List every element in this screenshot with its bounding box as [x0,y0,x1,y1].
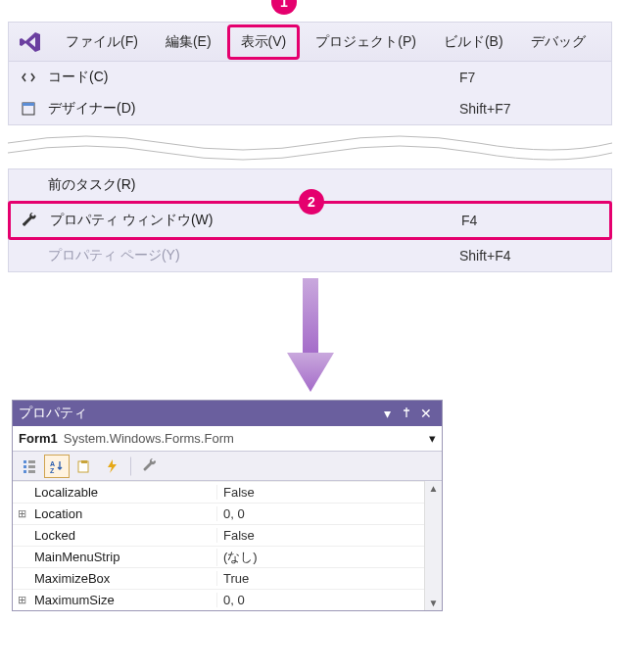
property-row[interactable]: MainMenuStrip (なし) [13,546,424,567]
property-value[interactable]: False [216,485,424,500]
close-icon[interactable]: ✕ [416,406,436,421]
dropdown-item-code[interactable]: コード(C) F7 [9,62,611,93]
property-value[interactable]: 0, 0 [216,593,424,607]
chevron-down-icon[interactable]: ▾ [429,431,436,446]
events-button[interactable] [99,455,124,478]
menu-edit[interactable]: 編集(E) [152,23,225,61]
categorized-button[interactable] [17,455,42,478]
view-dropdown: コード(C) F7 デザイナー(D) Shift+F7 [9,62,611,124]
svg-rect-4 [28,460,35,463]
properties-title: プロパティ [19,405,377,422]
window-options-icon[interactable]: ▾ [377,406,397,421]
wrench-icon [11,212,50,229]
vs-logo-icon [9,30,52,54]
property-row[interactable]: Localizable False [13,481,424,503]
expand-toggle[interactable]: ⊞ [13,594,30,606]
designer-icon [9,101,48,117]
menu-view[interactable]: 表示(V) [227,24,301,60]
pin-icon[interactable] [397,406,416,421]
property-name: Location [30,506,216,521]
properties-titlebar: プロパティ ▾ ✕ [13,401,442,426]
property-name: MaximizeBox [30,571,216,586]
property-value[interactable]: False [216,528,424,543]
dropdown-item-label: 前のタスク(R) [48,176,459,194]
property-row[interactable]: MaximizeBox True [13,567,424,589]
properties-grid: Localizable False ⊞ Location 0, 0 Locked… [13,481,424,610]
svg-rect-8 [28,470,35,473]
svg-rect-3 [24,460,26,463]
callout-badge-1: 1 [271,0,297,15]
svg-rect-6 [28,465,35,468]
dropdown-item-property-pages: プロパティ ページ(Y) Shift+F4 [9,240,611,271]
property-name: Locked [30,528,216,543]
dropdown-item-shortcut: Shift+F7 [459,101,511,117]
property-pages-button[interactable] [72,455,97,478]
svg-text:A: A [50,460,55,467]
menu-project[interactable]: プロジェクト(P) [302,23,430,61]
truncation-indicator [8,125,612,168]
callout-badge-2: 2 [299,189,324,215]
dropdown-item-label: プロパティ ウィンドウ(W) [50,212,461,229]
menu-file[interactable]: ファイル(F) [52,23,152,61]
dropdown-item-label: プロパティ ページ(Y) [48,247,459,264]
property-value[interactable]: True [216,571,424,586]
dropdown-item-label: デザイナー(D) [48,100,459,118]
selected-object-type: System.Windows.Forms.Form [64,431,234,446]
property-value[interactable]: (なし) [216,549,424,566]
properties-window: プロパティ ▾ ✕ Form1 System.Windows.Forms.For… [12,400,443,611]
property-name: MainMenuStrip [30,550,216,564]
property-row[interactable]: ⊞ MaximumSize 0, 0 [13,589,424,610]
svg-rect-2 [303,278,318,355]
scroll-up-icon[interactable]: ▲ [429,481,439,496]
properties-object-selector[interactable]: Form1 System.Windows.Forms.Form ▾ [13,426,442,452]
svg-rect-7 [24,470,26,473]
scrollbar[interactable]: ▲ ▼ [424,481,442,610]
menubar: ファイル(F) 編集(E) 表示(V) プロジェクト(P) ビルド(B) デバッ… [9,23,611,62]
dropdown-item-designer[interactable]: デザイナー(D) Shift+F7 [9,93,611,124]
dropdown-item-shortcut: F7 [459,70,475,85]
alphabetical-button[interactable]: AZ [44,455,70,478]
property-name: MaximumSize [30,593,216,607]
property-row[interactable]: ⊞ Location 0, 0 [13,503,424,524]
code-icon [9,70,48,85]
dropdown-item-shortcut: Shift+F4 [459,248,511,264]
scroll-down-icon[interactable]: ▼ [429,596,439,610]
menu-build[interactable]: ビルド(B) [430,23,517,61]
svg-rect-5 [24,465,26,468]
toolbar-separator [130,456,132,476]
properties-toolbar: AZ [13,452,442,481]
selected-object-name: Form1 [19,431,58,446]
property-value[interactable]: 0, 0 [216,506,424,521]
svg-rect-1 [23,103,34,106]
dropdown-item-shortcut: F4 [461,213,477,228]
property-name: Localizable [30,485,216,500]
svg-text:Z: Z [50,467,55,474]
property-row[interactable]: Locked False [13,524,424,546]
expand-toggle[interactable]: ⊞ [13,507,30,520]
menu-debug[interactable]: デバッグ [517,23,599,61]
wrench-button[interactable] [138,455,164,478]
flow-arrow-icon [0,278,620,396]
dropdown-item-label: コード(C) [48,69,459,86]
